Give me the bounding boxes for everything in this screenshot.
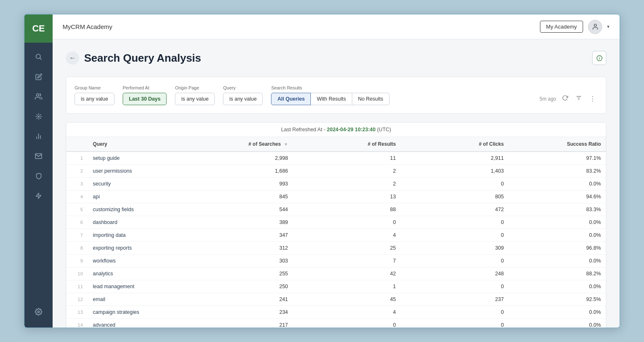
table-row: 9 workflows 303 7 0 0.0% — [66, 255, 606, 267]
cell-clicks: 0 — [401, 229, 508, 242]
cell-results: 11 — [293, 152, 401, 165]
table-row: 13 campaign strategies 234 4 0 0.0% — [66, 306, 606, 319]
cell-success: 83.2% — [509, 165, 606, 178]
performed-at-filter: Performed At Last 30 Days — [123, 85, 167, 105]
cell-query: workflows — [88, 255, 196, 267]
cell-results: 2 — [293, 165, 401, 178]
cell-results: 7 — [293, 255, 401, 267]
svg-point-9 — [594, 24, 596, 26]
query-filter-button[interactable]: is any value — [223, 93, 263, 105]
origin-page-filter: Origin Page is any value — [175, 85, 215, 105]
table-row: 14 advanced 217 0 0 0.0% — [66, 319, 606, 328]
cell-query: api — [88, 190, 196, 203]
sidebar-nav — [29, 43, 48, 303]
cell-query: email — [88, 293, 196, 306]
cell-num: 6 — [66, 216, 88, 229]
cell-num: 13 — [66, 306, 88, 319]
cell-searches: 544 — [196, 203, 293, 216]
refresh-tz: (UTC) — [377, 127, 391, 132]
cell-success: 83.3% — [509, 203, 606, 216]
table-row: 1 setup guide 2,998 11 2,911 97.1% — [66, 152, 606, 165]
cell-success: 97.1% — [509, 152, 606, 165]
cell-searches: 241 — [196, 293, 293, 306]
origin-page-label: Origin Page — [175, 85, 215, 90]
svg-line-1 — [40, 58, 41, 59]
filter-bar: Group Name is any value Performed At Las… — [66, 77, 606, 114]
all-queries-button[interactable]: All Queries — [271, 93, 311, 105]
svg-point-2 — [36, 94, 39, 96]
sidebar-item-tools[interactable] — [29, 107, 48, 125]
table-row: 3 security 993 2 0 0.0% — [66, 178, 606, 190]
col-header-results[interactable]: # of Results — [293, 137, 401, 152]
sidebar-item-chart[interactable] — [29, 127, 48, 145]
performed-at-label: Performed At — [123, 85, 167, 90]
col-header-query[interactable]: Query — [88, 137, 196, 152]
performed-at-button[interactable]: Last 30 Days — [123, 93, 167, 105]
cell-query: campaign strategies — [88, 306, 196, 319]
no-results-button[interactable]: No Results — [352, 93, 390, 105]
col-header-clicks[interactable]: # of Clicks — [401, 137, 508, 152]
header-right: My Academy ▾ — [540, 20, 610, 34]
cell-clicks: 472 — [401, 203, 508, 216]
cell-results: 42 — [293, 267, 401, 280]
cell-success: 88.2% — [509, 267, 606, 280]
cell-results: 0 — [293, 216, 401, 229]
cell-num: 10 — [66, 267, 88, 280]
sidebar-item-mail[interactable] — [29, 147, 48, 165]
sidebar-item-search[interactable] — [29, 48, 48, 66]
page-title: Search Query Analysis — [84, 52, 201, 65]
table-section: Last Refreshed At - 2024-04-29 10:23:40 … — [66, 122, 606, 328]
sidebar-item-users[interactable] — [29, 87, 48, 106]
cell-num: 12 — [66, 293, 88, 306]
cell-clicks: 1,403 — [401, 165, 508, 178]
cell-query: importing data — [88, 229, 196, 242]
refresh-label: Last Refreshed At - — [281, 127, 325, 132]
table-row: 8 exporting reports 312 25 309 96.8% — [66, 242, 606, 255]
cell-query: analytics — [88, 267, 196, 280]
info-button[interactable] — [592, 51, 606, 65]
cell-query: exporting reports — [88, 242, 196, 255]
page-header: ← Search Query Analysis — [66, 51, 606, 65]
with-results-button[interactable]: With Results — [311, 93, 352, 105]
sidebar-item-settings[interactable] — [29, 303, 48, 321]
my-academy-button[interactable]: My Academy — [540, 21, 583, 33]
sidebar-item-shield[interactable] — [29, 167, 48, 185]
svg-point-3 — [38, 116, 39, 117]
cell-query: advanced — [88, 319, 196, 328]
sidebar-item-edit[interactable] — [29, 67, 48, 86]
refresh-button[interactable] — [560, 93, 570, 104]
cell-num: 11 — [66, 280, 88, 293]
cell-clicks: 0 — [401, 319, 508, 328]
cell-clicks: 0 — [401, 216, 508, 229]
cell-results: 2 — [293, 178, 401, 190]
back-button[interactable]: ← — [66, 51, 79, 65]
main-content: MyCRM Academy My Academy ▾ ← Search Quer… — [53, 14, 620, 328]
filter-options-button[interactable] — [574, 93, 583, 104]
more-options-button[interactable]: ⋮ — [588, 93, 598, 104]
cell-success: 92.5% — [509, 293, 606, 306]
cell-results: 45 — [293, 293, 401, 306]
cell-success: 0.0% — [509, 306, 606, 319]
cell-query: security — [88, 178, 196, 190]
col-header-success[interactable]: Success Ratio — [509, 137, 606, 152]
sidebar-item-bolt[interactable] — [29, 187, 48, 205]
refresh-timestamp: 2024-04-29 10:23:40 — [327, 127, 375, 132]
group-name-button[interactable]: is any value — [75, 93, 114, 105]
cell-success: 0.0% — [509, 229, 606, 242]
svg-point-8 — [38, 311, 40, 313]
cell-query: customizing fields — [88, 203, 196, 216]
cell-searches: 347 — [196, 229, 293, 242]
user-avatar-button[interactable] — [588, 20, 602, 34]
data-table: Query # of Searches ▼ # of Results # of … — [66, 137, 606, 328]
user-menu-chevron[interactable]: ▾ — [607, 24, 610, 29]
cell-success: 96.8% — [509, 242, 606, 255]
cell-query: user permissions — [88, 165, 196, 178]
page-header-left: ← Search Query Analysis — [66, 51, 201, 65]
cell-query: setup guide — [88, 152, 196, 165]
origin-page-button[interactable]: is any value — [175, 93, 215, 105]
cell-searches: 845 — [196, 190, 293, 203]
col-header-searches[interactable]: # of Searches ▼ — [196, 137, 293, 152]
cell-searches: 389 — [196, 216, 293, 229]
table-row: 10 analytics 255 42 248 88.2% — [66, 267, 606, 280]
cell-searches: 2,998 — [196, 152, 293, 165]
